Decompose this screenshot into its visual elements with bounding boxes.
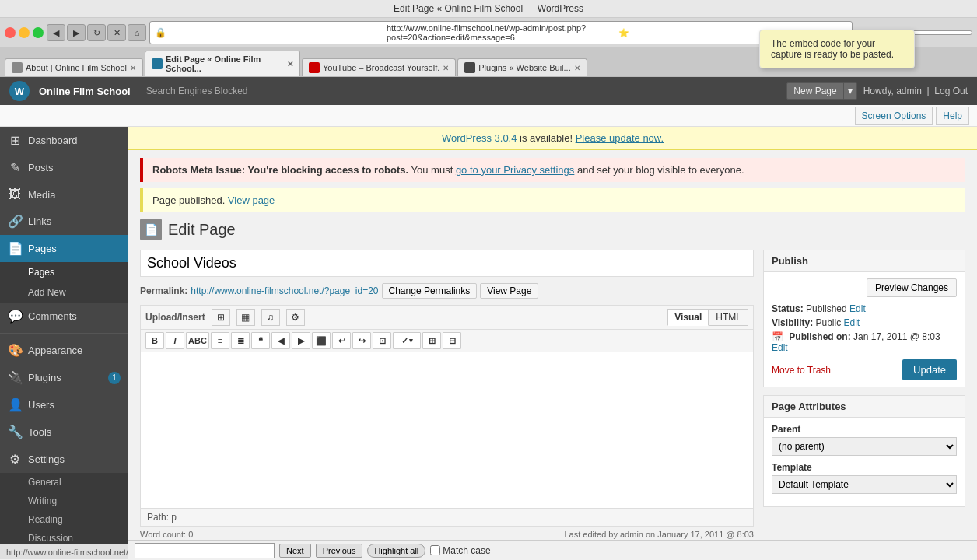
- previous-button[interactable]: Previous: [316, 544, 363, 544]
- settings-sub-discussion[interactable]: Discussion: [0, 529, 128, 544]
- upload-media-btn[interactable]: ⚙: [286, 309, 305, 326]
- template-select[interactable]: Default Template: [772, 475, 957, 494]
- editor-footer: Path: p: [141, 508, 753, 526]
- strikethrough-btn[interactable]: ABC: [186, 332, 209, 349]
- change-permalinks-button[interactable]: Change Permalinks: [382, 283, 478, 299]
- page-attributes-content: Parent (no parent) Template Default Temp…: [764, 418, 965, 506]
- sidebar-item-pages[interactable]: 📄 Pages: [0, 235, 128, 262]
- page-attributes-box: Page Attributes Parent (no parent): [763, 395, 965, 507]
- permalink-url[interactable]: http://www.online-filmschool.net/?page_i…: [191, 285, 378, 296]
- settings-sub-general[interactable]: General: [0, 473, 128, 492]
- view-page-button[interactable]: View Page: [480, 283, 538, 299]
- upload-video-btn[interactable]: ▦: [236, 309, 255, 326]
- editor-formatting-bar: B I ABC ≡ ≣ ❝ ◀ ▶ ⬛ ↩ ↪: [141, 330, 753, 352]
- blockquote-btn[interactable]: ❝: [251, 332, 270, 349]
- parent-label: Parent: [772, 424, 957, 435]
- nav-buttons: ◀ ▶ ↻ ✕ ⌂: [47, 24, 146, 41]
- sidebar-sub-all-pages[interactable]: Pages: [0, 262, 128, 282]
- sidebar-item-settings[interactable]: ⚙ Settings: [0, 446, 128, 473]
- visual-tab[interactable]: Visual: [667, 309, 709, 326]
- upload-audio-btn[interactable]: ♫: [261, 309, 280, 326]
- tab-youtube[interactable]: YouTube – Broadcast Yourself. ✕: [302, 58, 456, 76]
- address-bar[interactable]: 🔒 http://www.online-filmschool.net/wp-ad…: [149, 21, 853, 44]
- view-page-notice-link[interactable]: View page: [228, 194, 275, 206]
- tab-editpage[interactable]: Edit Page « Online Film School... ✕: [145, 51, 300, 76]
- privacy-settings-link[interactable]: go to your Privacy settings: [456, 164, 574, 176]
- preview-changes-button[interactable]: Preview Changes: [867, 278, 957, 297]
- parent-select[interactable]: (no parent): [772, 437, 957, 456]
- link-btn[interactable]: ↩: [332, 332, 351, 349]
- sidebar-sub-add-new[interactable]: Add New: [0, 282, 128, 303]
- wp-logo[interactable]: W: [9, 81, 30, 101]
- screen-options-button[interactable]: Screen Options: [855, 107, 933, 125]
- tab-about[interactable]: About | Online Film School ✕: [5, 58, 143, 76]
- settings-sub-reading[interactable]: Reading: [0, 510, 128, 529]
- update-button[interactable]: Update: [902, 359, 957, 380]
- sidebar-label-media: Media: [28, 189, 55, 201]
- sidebar-item-appearance[interactable]: 🎨 Appearance: [0, 337, 128, 364]
- back-button[interactable]: ◀: [47, 24, 65, 41]
- spell-check-btn[interactable]: ✓ ▾: [393, 332, 421, 349]
- settings-sub-writing[interactable]: Writing: [0, 492, 128, 510]
- tab-close-plugins[interactable]: ✕: [574, 64, 580, 72]
- sidebar-item-comments[interactable]: 💬 Comments: [0, 303, 128, 330]
- fullscreen-btn[interactable]: ⊞: [422, 332, 441, 349]
- logout-link[interactable]: Log Out: [934, 86, 968, 96]
- upload-image-btn[interactable]: ⊞: [212, 309, 230, 326]
- bold-btn[interactable]: B: [145, 332, 164, 349]
- editor-body[interactable]: [141, 352, 753, 508]
- more-btn[interactable]: ⊡: [373, 332, 391, 349]
- unlink-btn[interactable]: ↪: [352, 332, 371, 349]
- align-right-btn[interactable]: ⬛: [312, 332, 331, 349]
- reload-button[interactable]: ↻: [87, 24, 106, 41]
- next-button[interactable]: Next: [279, 544, 311, 544]
- new-page-button[interactable]: New Page: [786, 82, 843, 100]
- find-input[interactable]: [135, 543, 275, 544]
- visibility-edit-link[interactable]: Edit: [844, 317, 860, 328]
- stop-button[interactable]: ✕: [107, 24, 126, 41]
- sidebar-item-dashboard[interactable]: ⊞ Dashboard: [0, 127, 128, 154]
- align-left-btn[interactable]: ◀: [271, 332, 290, 349]
- new-page-dropdown-button[interactable]: ▾: [844, 82, 857, 100]
- html-tab[interactable]: HTML: [709, 309, 748, 326]
- align-center-btn[interactable]: ▶: [292, 332, 310, 349]
- page-attributes-header[interactable]: Page Attributes: [764, 396, 965, 418]
- status-edit-link[interactable]: Edit: [849, 303, 866, 314]
- kitchen-sink-btn[interactable]: ⊟: [443, 332, 461, 349]
- status-label: Status:: [772, 303, 804, 314]
- ol-btn[interactable]: ≣: [231, 332, 250, 349]
- wp-columns: Permalink: http://www.online-filmschool.…: [140, 250, 965, 539]
- italic-btn[interactable]: I: [166, 332, 184, 349]
- tab-close-editpage[interactable]: ✕: [287, 60, 293, 68]
- tab-plugins[interactable]: Plugins « Website Buil... ✕: [457, 58, 587, 76]
- tab-close-youtube[interactable]: ✕: [443, 64, 449, 72]
- sidebar-item-media[interactable]: 🖼 Media: [0, 181, 128, 208]
- publish-box-header[interactable]: Publish: [764, 250, 965, 272]
- highlight-all-button[interactable]: Highlight all: [367, 544, 425, 544]
- sidebar-item-plugins[interactable]: 🔌 Plugins 1: [0, 364, 128, 391]
- please-update-link[interactable]: Please update now.: [576, 132, 664, 144]
- visibility-row: Visibility: Public Edit: [772, 317, 957, 328]
- editor-toolbar-top: Upload/Insert ⊞ ▦ ♫ ⚙ Visual HTML: [141, 306, 753, 330]
- sidebar-item-users[interactable]: 👤 Users: [0, 391, 128, 418]
- page-attributes-title: Page Attributes: [772, 401, 846, 412]
- sidebar-item-tools[interactable]: 🔧 Tools: [0, 418, 128, 446]
- sidebar-label-comments: Comments: [28, 310, 77, 322]
- howdy-text: Howdy, admin: [863, 86, 922, 96]
- plugins-icon: 🔌: [8, 370, 22, 385]
- upload-row: Upload/Insert ⊞ ▦ ♫ ⚙: [145, 309, 305, 326]
- tab-close-about[interactable]: ✕: [130, 64, 136, 72]
- help-button[interactable]: Help: [936, 107, 969, 125]
- sidebar-item-links[interactable]: 🔗 Links: [0, 208, 128, 235]
- published-on-edit-link[interactable]: Edit: [772, 342, 788, 353]
- ul-btn[interactable]: ≡: [211, 332, 229, 349]
- browser-close-btn[interactable]: [5, 27, 16, 38]
- forward-button[interactable]: ▶: [67, 24, 86, 41]
- browser-minimize-btn[interactable]: [19, 27, 30, 38]
- move-to-trash-link[interactable]: Move to Trash: [772, 365, 831, 376]
- sidebar-item-posts[interactable]: ✎ Posts: [0, 154, 128, 181]
- wp-update-link[interactable]: WordPress 3.0.4: [442, 132, 517, 144]
- home-button[interactable]: ⌂: [128, 24, 146, 41]
- page-title-input[interactable]: [140, 250, 754, 277]
- browser-maximize-btn[interactable]: [33, 27, 44, 38]
